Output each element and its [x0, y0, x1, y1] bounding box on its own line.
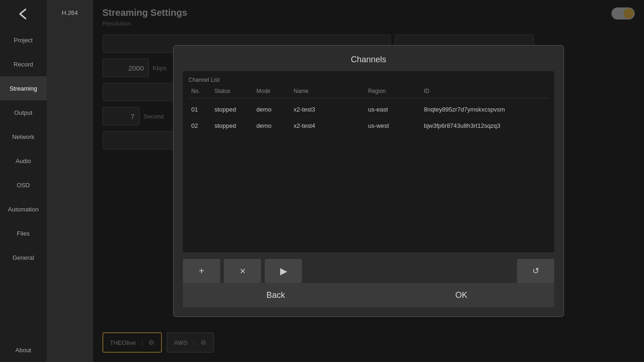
add-channel-button[interactable]: +: [183, 259, 220, 283]
ok-button[interactable]: OK: [369, 283, 554, 307]
channel-1-id: 8nqtey895zr7d7ymskxcspvsm: [424, 106, 546, 113]
modal-overlay: Channels Channel List No. Status Mode Na…: [93, 0, 644, 362]
header-status: Status: [215, 88, 256, 94]
refresh-button[interactable]: ↺: [517, 259, 554, 283]
channel-1-mode: demo: [256, 106, 294, 113]
channel-2-status: stopped: [215, 122, 256, 129]
header-no: No.: [191, 88, 215, 94]
add-icon: +: [199, 266, 204, 276]
sidebar-item-network[interactable]: Network: [0, 125, 47, 149]
header-name: Name: [294, 88, 368, 94]
sidebar-item-general[interactable]: General: [0, 245, 47, 270]
channel-2-name: x2-test4: [294, 122, 368, 129]
sidebar-item-automation[interactable]: Automation: [0, 197, 47, 221]
header-region: Region: [368, 88, 424, 94]
sidebar-item-audio[interactable]: Audio: [0, 149, 47, 173]
sidebar-item-files[interactable]: Files: [0, 221, 47, 245]
channel-2-id: bjw3fp6r8743u8h3rt12sqzq3: [424, 122, 546, 129]
channel-1-status: stopped: [215, 106, 256, 113]
channel-1-no: 01: [191, 106, 215, 113]
back-button[interactable]: [0, 0, 47, 28]
channel-list-label: Channel List: [188, 77, 549, 83]
delete-channel-button[interactable]: ✕: [224, 259, 261, 283]
channel-2-no: 02: [191, 122, 215, 129]
channel-1-region: us-east: [368, 106, 424, 113]
channel-row-1[interactable]: 01 stopped demo x2-test3 us-east 8nqtey8…: [188, 101, 549, 118]
delete-icon: ✕: [240, 267, 246, 276]
modal-footer: Back OK: [183, 283, 554, 307]
sidebar-item-osd[interactable]: OSD: [0, 173, 47, 197]
sidebar-item-output[interactable]: Output: [0, 100, 47, 125]
channel-1-name: x2-test3: [294, 106, 368, 113]
channel-2-mode: demo: [256, 122, 294, 129]
channel-list-container: Channel List No. Status Mode Name Region…: [183, 71, 554, 252]
sidebar-item-about[interactable]: About: [0, 338, 47, 362]
channel-table-header: No. Status Mode Name Region ID: [188, 88, 549, 99]
play-icon: ▶: [280, 265, 287, 276]
codec-label: H.264: [47, 0, 93, 362]
sidebar-item-streaming[interactable]: Streaming: [0, 76, 47, 100]
sidebar: Project Record Streaming Output Network …: [0, 0, 47, 362]
back-button[interactable]: Back: [183, 283, 369, 307]
main-content: Streaming Settings Resolution 2000 Kbps …: [93, 0, 644, 362]
channel-2-region: us-west: [368, 122, 424, 129]
modal-actions: + ✕ ▶ ↺: [183, 259, 554, 283]
channels-modal: Channels Channel List No. Status Mode Na…: [173, 45, 564, 317]
channel-row-2[interactable]: 02 stopped demo x2-test4 us-west bjw3fp6…: [188, 118, 549, 134]
header-id: ID: [424, 88, 546, 94]
sidebar-item-project[interactable]: Project: [0, 28, 47, 52]
sidebar-item-record[interactable]: Record: [0, 52, 47, 76]
refresh-icon: ↺: [532, 266, 539, 276]
channels-modal-title: Channels: [183, 55, 554, 65]
play-channel-button[interactable]: ▶: [265, 259, 302, 283]
header-mode: Mode: [256, 88, 294, 94]
